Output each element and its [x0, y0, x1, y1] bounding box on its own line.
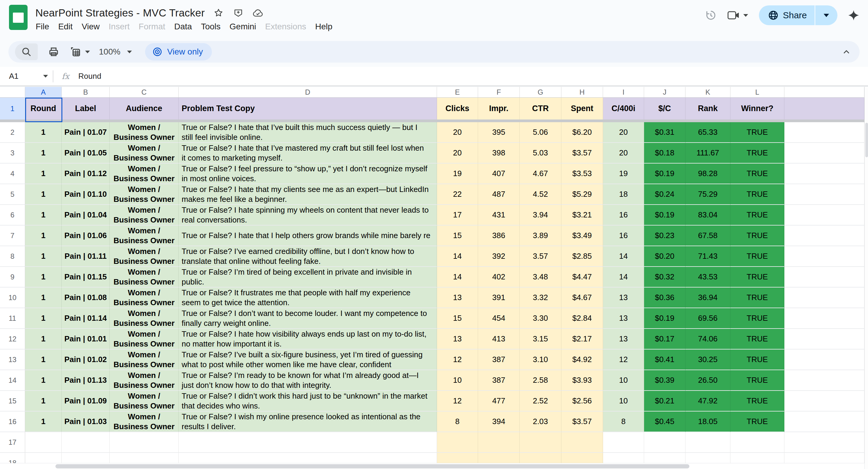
cell-M13[interactable]: [784, 349, 864, 370]
cell-C5[interactable]: Women /Business Owner: [110, 184, 179, 205]
cell-M11[interactable]: [784, 308, 864, 329]
cell-L17[interactable]: [731, 432, 784, 453]
cell-L16[interactable]: TRUE: [731, 411, 784, 432]
row-header-16[interactable]: 16: [0, 411, 25, 432]
cell-D15[interactable]: True or False? I didn’t work this hard j…: [179, 391, 437, 411]
cell-C7[interactable]: Women /Business Owner: [110, 226, 179, 246]
cell-J6[interactable]: $0.19: [644, 205, 685, 226]
cell-H10[interactable]: $4.67: [561, 288, 603, 308]
cell-L13[interactable]: TRUE: [731, 349, 784, 370]
cell-K5[interactable]: 75.29: [685, 184, 731, 205]
column-header-B[interactable]: B: [62, 87, 110, 98]
cell-L11[interactable]: TRUE: [731, 308, 784, 329]
row-header-4[interactable]: 4: [0, 164, 25, 184]
cell-D9[interactable]: True or False? I’m tired of being excell…: [179, 267, 437, 288]
cell-F11[interactable]: 454: [478, 308, 520, 329]
cell-F10[interactable]: 391: [478, 288, 520, 308]
menu-tools[interactable]: Tools: [196, 20, 225, 33]
cell-M4[interactable]: [784, 164, 864, 184]
cell-E15[interactable]: 12: [437, 391, 478, 411]
row-header-17[interactable]: 17: [0, 432, 25, 453]
row-header-1[interactable]: 1: [0, 98, 25, 120]
column-header-L[interactable]: L: [731, 87, 784, 98]
cell-J10[interactable]: $0.36: [644, 288, 685, 308]
corner-box[interactable]: [0, 87, 25, 98]
table-view-button[interactable]: [69, 46, 90, 58]
cell-I17[interactable]: [603, 432, 644, 453]
header-cell-m[interactable]: [784, 98, 864, 120]
cell-E3[interactable]: 20: [437, 143, 478, 164]
cell-E16[interactable]: 8: [437, 411, 478, 432]
cell-M7[interactable]: [784, 226, 864, 246]
cell-K12[interactable]: 74.06: [685, 329, 731, 349]
cell-L10[interactable]: TRUE: [731, 288, 784, 308]
cell-M3[interactable]: [784, 143, 864, 164]
row-header-11[interactable]: 11: [0, 308, 25, 329]
cell-C11[interactable]: Women /Business Owner: [110, 308, 179, 329]
cell-C17[interactable]: [110, 432, 179, 453]
cell-B14[interactable]: Pain | 01.13: [62, 370, 110, 391]
cell-D3[interactable]: True or False? I hate that I’ve mastered…: [179, 143, 437, 164]
cell-I3[interactable]: 20: [603, 143, 644, 164]
vertical-scrollbar-thumb[interactable]: [865, 123, 868, 157]
cell-A9[interactable]: 1: [25, 267, 62, 288]
cell-K10[interactable]: 36.94: [685, 288, 731, 308]
cell-M10[interactable]: [784, 288, 864, 308]
cell-I13[interactable]: 12: [603, 349, 644, 370]
header-cell-Audience[interactable]: Audience: [110, 98, 179, 120]
cell-A6[interactable]: 1: [25, 205, 62, 226]
row-header-14[interactable]: 14: [0, 370, 25, 391]
cell-I10[interactable]: 13: [603, 288, 644, 308]
cell-I11[interactable]: 13: [603, 308, 644, 329]
cell-H13[interactable]: $4.92: [561, 349, 603, 370]
cell-L12[interactable]: TRUE: [731, 329, 784, 349]
cell-F15[interactable]: 477: [478, 391, 520, 411]
cell-J3[interactable]: $0.18: [644, 143, 685, 164]
cell-H4[interactable]: $3.53: [561, 164, 603, 184]
cell-I5[interactable]: 18: [603, 184, 644, 205]
cell-A17[interactable]: [25, 432, 62, 453]
cell-L3[interactable]: TRUE: [731, 143, 784, 164]
cell-A7[interactable]: 1: [25, 226, 62, 246]
cell-C6[interactable]: Women /Business Owner: [110, 205, 179, 226]
cell-H7[interactable]: $3.49: [561, 226, 603, 246]
cell-E6[interactable]: 17: [437, 205, 478, 226]
column-header-H[interactable]: H: [561, 87, 603, 98]
cell-K7[interactable]: 67.58: [685, 226, 731, 246]
cell-J9[interactable]: $0.32: [644, 267, 685, 288]
column-header-C[interactable]: C: [110, 87, 179, 98]
cell-F7[interactable]: 386: [478, 226, 520, 246]
column-header-F[interactable]: F: [478, 87, 520, 98]
cell-H15[interactable]: $2.56: [561, 391, 603, 411]
header-cell-C/400i[interactable]: C/400i: [603, 98, 644, 120]
header-cell-Label[interactable]: Label: [62, 98, 110, 120]
formula-input[interactable]: Round: [78, 72, 101, 81]
cell-G9[interactable]: 3.48: [520, 267, 561, 288]
share-dropdown[interactable]: [815, 5, 837, 25]
cell-J8[interactable]: $0.20: [644, 246, 685, 267]
cell-M12[interactable]: [784, 329, 864, 349]
cell-M9[interactable]: [784, 267, 864, 288]
cell-L14[interactable]: TRUE: [731, 370, 784, 391]
cell-L15[interactable]: TRUE: [731, 391, 784, 411]
cell-B15[interactable]: Pain | 01.09: [62, 391, 110, 411]
cell-D2[interactable]: True or False? I hate that I’ve built th…: [179, 122, 437, 143]
header-cell-CTR[interactable]: CTR: [520, 98, 561, 120]
cell-D14[interactable]: True or False? I’m ready to be known for…: [179, 370, 437, 391]
cell-G3[interactable]: 5.03: [520, 143, 561, 164]
cell-C13[interactable]: Women /Business Owner: [110, 349, 179, 370]
cell-E9[interactable]: 14: [437, 267, 478, 288]
add-shortcut-icon[interactable]: [232, 7, 244, 19]
column-header-A[interactable]: A: [25, 87, 62, 98]
cell-H17[interactable]: [561, 432, 603, 453]
cell-L4[interactable]: TRUE: [731, 164, 784, 184]
cell-C10[interactable]: Women /Business Owner: [110, 288, 179, 308]
cell-K2[interactable]: 65.33: [685, 122, 731, 143]
cell-K3[interactable]: 111.67: [685, 143, 731, 164]
cell-B13[interactable]: Pain | 01.02: [62, 349, 110, 370]
cloud-saved-icon[interactable]: [252, 7, 264, 19]
cell-K6[interactable]: 83.04: [685, 205, 731, 226]
cell-K8[interactable]: 71.43: [685, 246, 731, 267]
cell-D17[interactable]: [179, 432, 437, 453]
doc-title[interactable]: NearPoint Strategies - MVC Tracker: [35, 7, 205, 19]
